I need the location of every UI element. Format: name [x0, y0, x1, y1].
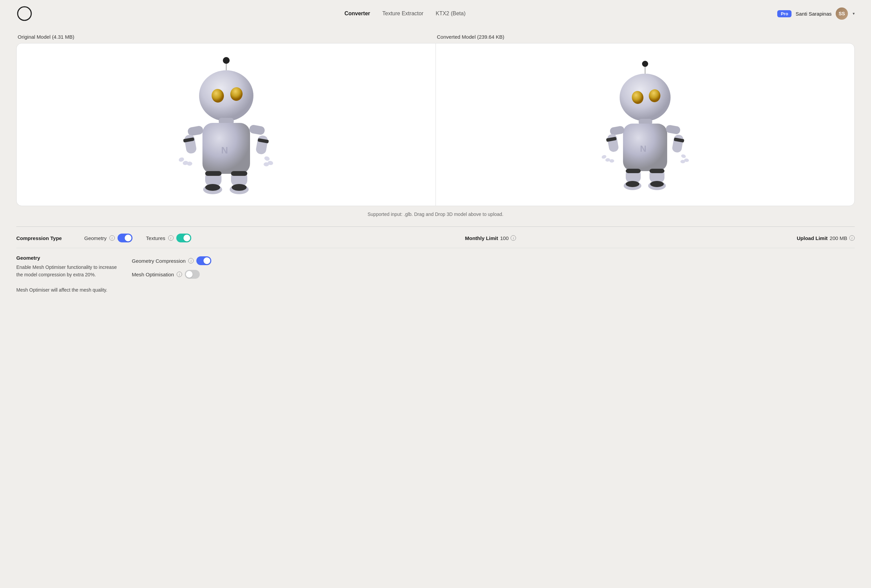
textures-toggle-group: Textures i [146, 234, 191, 242]
logo[interactable] [16, 6, 33, 22]
svg-rect-40 [666, 125, 681, 135]
geometry-controls: Geometry Compression i Mesh Optimisation… [132, 255, 211, 294]
nav-converter[interactable]: Converter [344, 10, 370, 16]
svg-point-31 [620, 74, 670, 121]
original-model-viewer[interactable]: N [16, 43, 436, 206]
svg-rect-50 [626, 169, 641, 173]
converted-model-label: Converted Model (239.64 KB) [436, 34, 855, 40]
monthly-limit-info-icon[interactable]: i [510, 235, 516, 241]
geometry-description: Enable Mesh Optimiser functionality to i… [16, 263, 118, 294]
svg-point-15 [178, 157, 184, 163]
svg-point-56 [650, 181, 664, 187]
compression-type-label: Compression Type [16, 235, 84, 241]
svg-point-43 [601, 154, 607, 159]
textures-toggle[interactable] [176, 234, 191, 242]
mesh-optimisation-toggle-knob [186, 271, 193, 278]
mesh-optimisation-row: Mesh Optimisation i [132, 270, 211, 279]
svg-rect-9 [187, 125, 204, 136]
geometry-compression-toggle[interactable] [196, 256, 211, 265]
svg-point-0 [18, 7, 31, 20]
geometry-info-panel: Geometry Enable Mesh Optimiser functiona… [16, 255, 118, 294]
mesh-optimisation-label: Mesh Optimisation [132, 272, 174, 278]
svg-rect-41 [672, 134, 684, 153]
geometry-detail-section: Geometry Enable Mesh Optimiser functiona… [16, 248, 855, 294]
svg-point-24 [205, 184, 220, 191]
monthly-limit-group: Monthly Limit 100 i [465, 235, 516, 241]
controls-row: Compression Type Geometry i Textures i M… [16, 234, 855, 248]
converted-model-panel: Converted Model (239.64 KB) [436, 34, 855, 206]
geometry-info-icon[interactable]: i [109, 235, 115, 241]
geometry-section-title: Geometry [16, 255, 118, 261]
svg-rect-38 [607, 133, 619, 152]
geometry-compression-row: Geometry Compression i [132, 256, 211, 265]
converted-robot: N [436, 43, 855, 206]
upload-limit-value: 200 MB [829, 235, 847, 241]
svg-point-2 [223, 57, 230, 64]
converted-model-viewer[interactable]: N [436, 43, 855, 206]
svg-point-18 [263, 156, 270, 161]
original-robot: N [16, 43, 436, 206]
user-name: Santi Sarapinas [796, 11, 832, 16]
textures-toggle-knob [183, 234, 190, 241]
svg-rect-10 [184, 134, 197, 154]
mesh-optimisation-toggle[interactable] [185, 270, 200, 279]
mesh-optimisation-info-icon[interactable]: i [177, 272, 182, 277]
svg-point-30 [642, 61, 648, 67]
pro-badge: Pro [777, 10, 792, 17]
svg-text:N: N [640, 143, 647, 154]
textures-info-icon[interactable]: i [168, 235, 174, 241]
svg-point-46 [681, 154, 687, 158]
svg-rect-26 [231, 171, 247, 176]
svg-point-45 [609, 159, 614, 163]
svg-rect-22 [205, 171, 221, 176]
upload-limit-info-icon[interactable]: i [849, 235, 855, 241]
user-section: Pro Santi Sarapinas SS ▾ [777, 7, 855, 20]
svg-point-28 [232, 184, 247, 191]
nav-texture-extractor[interactable]: Texture Extractor [383, 10, 424, 16]
main-content: Original Model (4.31 MB) [0, 27, 871, 307]
geometry-compression-info-icon[interactable]: i [188, 258, 194, 263]
original-model-panel: Original Model (4.31 MB) [16, 34, 436, 206]
geometry-toggle-knob [125, 234, 132, 241]
upload-limit-label: Upload Limit [796, 235, 828, 241]
geometry-compression-label: Geometry Compression [132, 258, 186, 264]
svg-rect-54 [650, 169, 664, 173]
svg-rect-13 [255, 135, 268, 155]
model-viewers: Original Model (4.31 MB) [16, 34, 855, 206]
geometry-toggle-label: Geometry [84, 235, 107, 241]
svg-text:N: N [221, 145, 228, 155]
monthly-limit-value: 100 [500, 235, 509, 241]
original-model-label: Original Model (4.31 MB) [16, 34, 436, 40]
chevron-down-icon[interactable]: ▾ [853, 11, 855, 16]
svg-point-20 [263, 162, 269, 166]
supported-input-text: Supported input: .glb. Drag and Drop 3D … [16, 212, 855, 217]
monthly-limit-label: Monthly Limit [465, 235, 498, 241]
svg-rect-12 [248, 124, 265, 135]
geometry-toggle[interactable] [118, 234, 132, 242]
controls-section: Compression Type Geometry i Textures i M… [16, 227, 855, 294]
geometry-toggle-group: Geometry i [84, 234, 132, 242]
svg-point-3 [199, 70, 253, 121]
main-nav: Converter Texture Extractor KTX2 (Beta) [344, 10, 466, 16]
svg-point-48 [681, 160, 685, 163]
avatar[interactable]: SS [836, 7, 848, 20]
header: Converter Texture Extractor KTX2 (Beta) … [0, 0, 871, 27]
geometry-compression-toggle-knob [204, 257, 210, 264]
nav-ktx2[interactable]: KTX2 (Beta) [436, 10, 465, 16]
svg-rect-37 [609, 125, 625, 136]
upload-limit-group: Upload Limit 200 MB i [796, 235, 855, 241]
textures-toggle-label: Textures [146, 235, 165, 241]
svg-point-17 [187, 161, 192, 166]
svg-point-52 [626, 181, 639, 187]
